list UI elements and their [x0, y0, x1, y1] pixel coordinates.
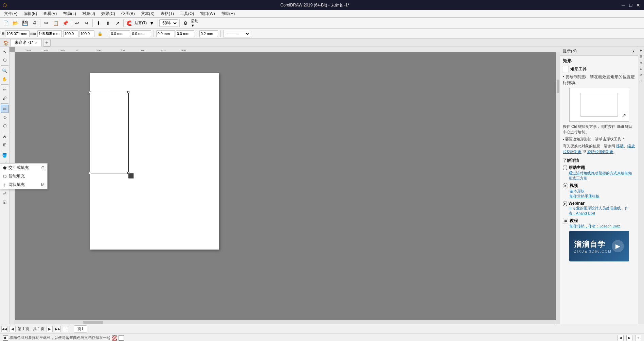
video-link1[interactable]: 基本形状: [570, 189, 600, 194]
tab-close-icon[interactable]: ✕: [35, 41, 37, 45]
add-tab-btn[interactable]: +: [43, 39, 51, 47]
menu-file[interactable]: 文件(F): [1, 10, 20, 17]
w-input[interactable]: [63, 30, 78, 37]
menu-bitmap[interactable]: 位图(B): [119, 10, 138, 17]
scrollbar-vertical[interactable]: [556, 52, 560, 324]
handle-bl[interactable]: [89, 172, 91, 174]
ellipse-tool[interactable]: ⬭: [1, 113, 9, 121]
close-btn[interactable]: ✕: [635, 2, 641, 8]
mini-btn-5[interactable]: ⟳: [639, 72, 644, 78]
print-btn[interactable]: 🖨: [30, 19, 39, 28]
line-style-combo[interactable]: ────: [223, 30, 250, 37]
menu-window[interactable]: 窗口(W): [197, 10, 217, 17]
start-btn[interactable]: 启动 ▼: [191, 19, 199, 28]
scrollbar-horizontal[interactable]: [15, 320, 556, 324]
no-fill-box[interactable]: [112, 335, 117, 341]
y2-input[interactable]: [131, 30, 151, 37]
handle-tl[interactable]: [89, 91, 91, 93]
y3-input[interactable]: [176, 30, 194, 37]
status-nav-2[interactable]: ▶: [626, 335, 632, 341]
popup-item-smart-fill[interactable]: ⬡ 智能填充: [0, 172, 47, 181]
scrollbar-h-thumb[interactable]: [83, 321, 103, 324]
snap-arrow[interactable]: ▼: [147, 19, 156, 28]
h-input[interactable]: [79, 30, 94, 37]
link-move[interactable]: 移动: [616, 144, 624, 148]
mini-btn-2[interactable]: ⊞: [639, 54, 644, 59]
x3-input[interactable]: [156, 30, 175, 37]
zoom-tool[interactable]: 🔍: [1, 67, 9, 75]
fill-tool[interactable]: 🪣: [1, 151, 9, 159]
import-btn[interactable]: ⬇: [94, 19, 103, 28]
main-tab[interactable]: 未命名 -1* ✕: [10, 39, 42, 47]
menu-layout[interactable]: 布局(L): [60, 10, 79, 17]
help-topic-link[interactable]: 通过沿对角线拖动鼠标的方式来绘制矩形或正方形: [569, 171, 635, 181]
nav-last-btn[interactable]: ▶▶: [55, 326, 61, 332]
nav-add-page-btn[interactable]: +: [63, 326, 69, 332]
promo-video-thumb[interactable]: 溜溜自学 ZIXUE.3D66.COM ▶: [569, 231, 629, 261]
blend-tool[interactable]: ⇌: [1, 189, 9, 198]
maximize-btn[interactable]: □: [628, 2, 634, 8]
mini-btn-1[interactable]: ▶: [639, 48, 644, 53]
canvas-wrapper[interactable]: -300 -200 -100 0 100 200 300 400 500: [10, 47, 560, 324]
webinar-link[interactable]: 非专业的图形设计人员处理曲线，作者：Anand Dixit: [569, 206, 635, 216]
popup-item-interactive-fill[interactable]: ⬟ 交互式填充 G: [0, 164, 47, 172]
menu-edit[interactable]: 编辑(E): [21, 10, 40, 17]
snap-btn[interactable]: 🧲: [125, 19, 134, 28]
promo-play-btn[interactable]: ▶: [612, 240, 624, 252]
handle-br[interactable]: ⬛: [127, 172, 129, 174]
copy-btn[interactable]: 📋: [51, 19, 60, 28]
save-btn[interactable]: 💾: [20, 19, 29, 28]
pan-tool[interactable]: ✋: [1, 75, 9, 83]
minimize-btn[interactable]: ─: [620, 2, 626, 8]
redo-btn[interactable]: ↪: [82, 19, 91, 28]
freehand-tool[interactable]: ✏: [1, 86, 9, 94]
color-palette-arrow[interactable]: ◀: [3, 335, 8, 341]
popup-item-mesh-fill[interactable]: ⊹ 网状填充 M: [0, 181, 47, 189]
nav-first-btn[interactable]: ◀◀: [1, 326, 7, 332]
drawn-rectangle[interactable]: ⬛: [90, 92, 129, 173]
nav-prev-btn[interactable]: ◀: [10, 326, 16, 332]
menu-tools[interactable]: 工具(O): [177, 10, 197, 17]
home-btn[interactable]: 🏠: [1, 38, 10, 47]
export2-btn[interactable]: ↗: [113, 19, 122, 28]
undo-btn[interactable]: ↩: [73, 19, 82, 28]
paste-btn[interactable]: 📌: [61, 19, 70, 28]
bezier-tool[interactable]: 🖊: [1, 94, 9, 102]
rect-tool[interactable]: ▭: [1, 105, 9, 113]
zoom-combo[interactable]: 58%: [159, 19, 178, 27]
nav-next-btn[interactable]: ▶: [47, 326, 53, 332]
lock-ratio-btn[interactable]: 🔒: [96, 29, 105, 38]
mini-btn-3[interactable]: ◈: [639, 60, 644, 65]
color-box-2[interactable]: [119, 335, 124, 341]
scrollbar-v-thumb[interactable]: [557, 80, 559, 93]
menu-help[interactable]: 帮助(H): [218, 10, 238, 17]
status-nav-3[interactable]: +: [635, 335, 641, 341]
menu-text[interactable]: 文本(X): [138, 10, 157, 17]
hints-expand-icon[interactable]: ▲: [632, 49, 635, 53]
new-btn[interactable]: 📄: [1, 19, 10, 28]
menu-object[interactable]: 对象(J): [79, 10, 98, 17]
tutorial-link[interactable]: 制作传销，作者：Joseph Diaz: [570, 224, 620, 229]
mini-btn-4[interactable]: ⊡: [639, 66, 644, 71]
handle-tr[interactable]: [127, 91, 129, 93]
link-rotate[interactable]: 旋转和倾斜对象: [587, 150, 613, 154]
canvas-area[interactable]: ⬛: [15, 52, 560, 324]
mini-btn-6[interactable]: ⊹: [639, 78, 644, 84]
x2-input[interactable]: [110, 30, 130, 37]
menu-view[interactable]: 查看(V): [40, 10, 59, 17]
status-nav-1[interactable]: ◀: [618, 335, 624, 341]
polygon-tool[interactable]: ⬡: [1, 122, 9, 130]
text-tool[interactable]: A: [1, 132, 9, 140]
export-btn[interactable]: ⬆: [104, 19, 112, 28]
y-input[interactable]: [37, 30, 62, 37]
open-btn[interactable]: 📂: [11, 19, 20, 28]
shadow-tool[interactable]: ◱: [1, 198, 9, 206]
node-tool[interactable]: ⬡: [1, 56, 9, 64]
cut-btn[interactable]: ✂: [42, 19, 51, 28]
line-width-input[interactable]: [199, 30, 218, 37]
settings-btn[interactable]: ⚙: [181, 19, 190, 28]
video-link2[interactable]: 制作营销手册模板: [570, 194, 600, 199]
page-1-tab[interactable]: 页1: [74, 325, 87, 333]
select-tool[interactable]: ↖: [1, 48, 9, 56]
menu-table[interactable]: 表格(T): [158, 10, 177, 17]
